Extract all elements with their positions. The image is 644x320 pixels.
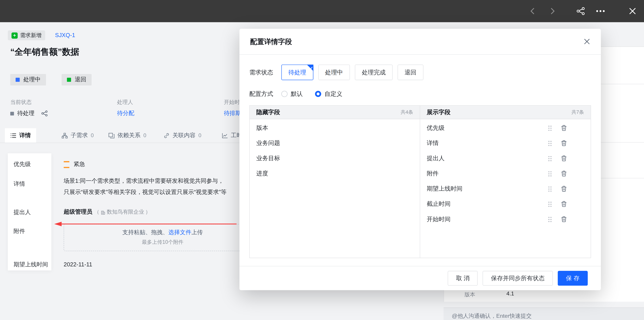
modal-body: 需求状态 待处理 处理中 处理完成 (240, 55, 601, 266)
status-tag-label: 处理中 (24, 76, 41, 83)
state-row-label: 需求状态 (249, 68, 278, 76)
blue-square-icon (16, 78, 20, 82)
annotation-arrow (53, 220, 238, 228)
state-processing-button[interactable]: 处理中 (318, 65, 350, 80)
drag-handle-icon[interactable] (548, 216, 552, 222)
shown-fields-header: 展示字段 (427, 108, 450, 116)
hidden-fields-count: 共4条 (400, 109, 413, 116)
field-label-proposer: 提出人 (14, 209, 31, 216)
app-root: + 需求新增 SJXQ-1 “全年销售额”数据 处理中 退回 当前状态 处理人 … (0, 0, 644, 320)
issue-code-link[interactable]: SJXQ-1 (55, 32, 75, 38)
state-done-button[interactable]: 处理完成 (355, 65, 392, 80)
collaborate-share-icon[interactable] (574, 0, 588, 22)
hidden-field-row[interactable]: 业务问题 (250, 136, 420, 151)
window-titlebar (0, 0, 644, 22)
status-tag-processing: 处理中 (10, 74, 46, 86)
shown-fields-list: 优先级 详情 提出人 (420, 119, 591, 258)
tab-dependencies[interactable]: 依赖关系 0 (108, 128, 146, 143)
hidden-field-row[interactable]: 进度 (250, 166, 420, 181)
delete-field-icon[interactable] (561, 155, 567, 162)
current-state-label: 当前状态 (10, 99, 32, 106)
radio-unchecked-icon (281, 91, 288, 97)
nav-back-icon[interactable] (525, 0, 540, 22)
requirement-state-row: 需求状态 待处理 处理中 处理完成 (249, 65, 591, 80)
choose-file-link[interactable]: 选择文件 (168, 229, 191, 235)
shown-field-row[interactable]: 期望上线时间 (420, 181, 591, 196)
config-mode-row: 配置方式 默认 自定义 (249, 90, 591, 98)
table-header: 隐藏字段 共4条 展示字段 共7条 (250, 106, 591, 119)
drag-handle-icon[interactable] (548, 125, 552, 131)
delete-field-icon[interactable] (561, 201, 567, 207)
tab-related-content[interactable]: 关联内容 0 (164, 128, 202, 143)
field-label-expected-date: 期望上线时间 (14, 261, 48, 268)
radio-default[interactable]: 默认 (281, 90, 303, 98)
delete-field-icon[interactable] (561, 140, 567, 146)
handler-value-link[interactable]: 待分配 (117, 110, 134, 117)
field-label-attachment: 附件 (14, 228, 25, 235)
priority-urgent-icon (64, 161, 70, 168)
delete-field-icon[interactable] (561, 125, 567, 131)
more-icon[interactable] (593, 0, 608, 22)
nav-forward-icon[interactable] (546, 0, 560, 22)
branch-icon (62, 133, 68, 138)
shown-field-row[interactable]: 截止时间 (420, 196, 591, 212)
radio-custom[interactable]: 自定义 (315, 90, 342, 98)
drag-handle-icon[interactable] (548, 156, 552, 161)
shown-field-row[interactable]: 提出人 (420, 151, 591, 166)
modal-close-icon[interactable] (584, 38, 590, 45)
shown-field-row[interactable]: 优先级 (420, 120, 591, 136)
shown-fields-count: 共7条 (572, 109, 584, 116)
start-time-value-link[interactable]: 待排期 (224, 110, 241, 117)
dependency-icon (108, 133, 115, 138)
link-icon (164, 133, 170, 138)
field-label-detail: 详情 (14, 180, 25, 188)
delete-field-icon[interactable] (561, 170, 567, 177)
attachment-upload-dropzone[interactable]: 支持粘贴、拖拽、选择文件上传 最多上传10个附件 (64, 224, 262, 251)
expected-date-value: 2022-11-11 (64, 261, 92, 267)
delete-field-icon[interactable] (561, 186, 567, 192)
version-value: 4.1 (506, 290, 514, 297)
hidden-field-row[interactable]: 版本 (250, 120, 420, 136)
current-state-value: 待处理 (10, 110, 48, 117)
comment-placeholder: @他人沟通确认，Enter快速提交 (452, 312, 532, 320)
config-mode-label: 配置方式 (249, 90, 278, 98)
version-label: 版本 (464, 291, 475, 298)
field-label-priority: 优先级 (14, 161, 31, 168)
hidden-field-row[interactable]: 业务目标 (250, 151, 420, 166)
workflow-icon[interactable] (41, 110, 48, 117)
shown-field-row[interactable]: 附件 (420, 166, 591, 181)
corner-check-icon (308, 65, 312, 72)
save-sync-all-button[interactable]: 保存并同步所有状态 (483, 271, 553, 285)
tab-count: 0 (143, 132, 146, 139)
shown-field-row[interactable]: 开始时间 (420, 212, 591, 227)
list-icon (10, 133, 16, 138)
save-button[interactable]: 保 存 (558, 271, 588, 285)
drag-handle-icon[interactable] (548, 171, 552, 177)
cancel-button[interactable]: 取 消 (448, 271, 478, 285)
detail-description: 场景1:同一个需求类型，需求流程中需要研发和视觉共同参与， 只展示“研发要求”等… (64, 175, 227, 198)
radio-checked-icon (315, 91, 321, 97)
fields-config-table: 隐藏字段 共4条 展示字段 共7条 版本 业务问题 业务目标 进度 (249, 105, 591, 258)
state-returned-button[interactable]: 退回 (398, 65, 424, 80)
status-tag-label: 退回 (75, 76, 86, 83)
state-pending-button[interactable]: 待处理 (281, 65, 313, 80)
drag-handle-icon[interactable] (548, 186, 552, 192)
tab-detail[interactable]: 详情 (5, 128, 36, 143)
tab-count: 0 (198, 132, 201, 139)
drag-handle-icon[interactable] (548, 140, 552, 146)
gray-square-icon (10, 112, 14, 115)
hidden-fields-header: 隐藏字段 (256, 108, 280, 116)
tab-sub-requirements[interactable]: 子需求 0 (62, 128, 94, 143)
proposer-name: 超级管理员 (64, 208, 92, 216)
proposer-org: （ 数知鸟有限企业 ） (94, 208, 151, 216)
window-close-icon[interactable] (625, 0, 640, 22)
chart-icon (222, 133, 228, 138)
shown-field-row[interactable]: 详情 (420, 136, 591, 151)
proposer-row: 超级管理员 （ 数知鸟有限企业 ） (64, 208, 151, 216)
field-label-column: 优先级 详情 提出人 附件 期望上线时间 (8, 153, 51, 270)
modal-title: 配置详情字段 (250, 37, 292, 46)
company-icon (101, 210, 106, 214)
comment-input-bar[interactable]: @他人沟通确认，Enter快速提交 (444, 307, 644, 320)
drag-handle-icon[interactable] (548, 201, 552, 207)
delete-field-icon[interactable] (561, 216, 567, 222)
